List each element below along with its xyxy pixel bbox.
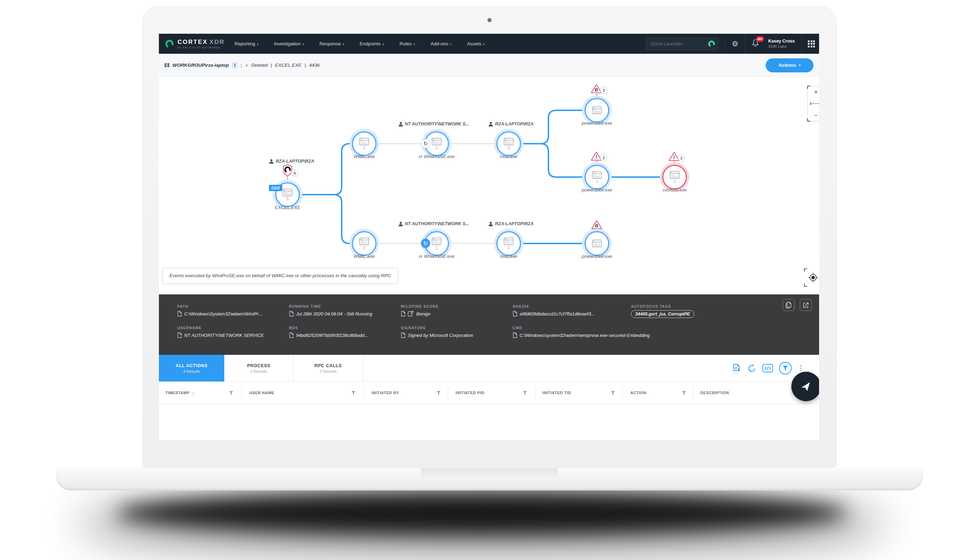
tab-rpc-calls[interactable]: RPC CALLS 2 Results (293, 355, 363, 382)
open-external-button[interactable] (800, 299, 812, 311)
svg-text:B: B (595, 223, 598, 228)
process-window-icon (592, 107, 602, 114)
chat-widget-button[interactable] (791, 372, 819, 401)
user-icon (489, 222, 493, 226)
host-alert-badge[interactable]: ! (232, 62, 237, 68)
laptop-camera (487, 18, 492, 22)
column-description[interactable]: DESCRIPTION (700, 382, 729, 404)
tab-process[interactable]: PROCESS 2 Results (224, 355, 293, 382)
sync-icon: ⇄ (419, 154, 422, 159)
external-link-icon (803, 302, 809, 308)
column-initiated-pid[interactable]: INITIATED PID (456, 382, 484, 404)
filter-icon-user-name[interactable] (352, 391, 355, 395)
copy-icon[interactable] (289, 332, 293, 338)
filter-icon-initiated-pid[interactable] (523, 391, 527, 395)
refresh-icon[interactable] (747, 364, 757, 373)
user-context-wmiprvse-bottom: NT AUTHORITY\NETWORK S... (393, 221, 474, 226)
user-menu[interactable]: Kasey Cross XDR Labs (768, 39, 795, 49)
node-wmic-bottom[interactable]: 2 (352, 231, 376, 256)
fit-to-screen-button[interactable] (804, 269, 819, 286)
gear-icon[interactable]: ⚙ (731, 40, 738, 48)
rpc-badge-top[interactable]: ↻ (421, 139, 430, 148)
process-window-icon (432, 237, 441, 245)
filter-results-icon[interactable] (779, 362, 792, 374)
rpc-badge-bottom-selected[interactable]: ↻ (421, 239, 430, 248)
process-window-icon (359, 237, 369, 245)
quick-launcher-input[interactable] (650, 41, 708, 46)
export-table-icon[interactable] (732, 364, 741, 373)
column-action[interactable]: ACTION (630, 382, 647, 404)
zoom-control[interactable]: + − (808, 86, 819, 121)
code-view-icon[interactable] (763, 364, 773, 372)
alert-count-badge: 5 (291, 169, 298, 177)
cortex-xdr-logo[interactable]: CORTEXXDR BY PALO ALTO NETWORKS (164, 39, 225, 49)
chevron-down-icon: ▾ (302, 43, 304, 46)
node-powershell-top[interactable] (585, 98, 609, 123)
zoom-slider[interactable] (811, 103, 819, 104)
tab-all-actions[interactable]: ALL ACTIONS 4 Results (159, 355, 224, 382)
filter-icon-initiated-by[interactable] (436, 391, 440, 395)
node-cmd-top[interactable]: 3 (496, 131, 521, 156)
copy-icon[interactable] (513, 332, 517, 338)
cgo-tag: CGO (269, 185, 282, 191)
filter-icon-initiated-tid[interactable] (611, 391, 615, 395)
field-path: PATH C:\Windows\System32\wbem\WmiPr... (177, 304, 289, 318)
chevron-down-icon: ▾ (413, 43, 415, 46)
apps-grid-icon[interactable] (808, 40, 815, 48)
menu-item-assets[interactable]: Assets▾ (467, 41, 484, 46)
quick-launcher[interactable] (646, 38, 718, 50)
column-timestamp[interactable]: TIMESTAMP ↓ ↑ (165, 382, 196, 404)
menu-item-investigation[interactable]: Investigation▾ (274, 41, 304, 46)
menu-item-endpoints[interactable]: Endpoints▾ (360, 41, 384, 46)
menu-item-response[interactable]: Response▾ (320, 41, 344, 46)
process-window-icon (592, 240, 602, 247)
bioc-badge-powershell-mid[interactable]: ! 2 (591, 151, 607, 161)
bioc-badge-svchost[interactable]: ! 2 (668, 151, 685, 162)
column-initiated-by[interactable]: INITIATED BY (371, 382, 399, 404)
field-sha256: SHA256 a9fd609dbdaccd1c7cf7ffa1d6eaef3..… (513, 304, 631, 318)
results-tabs: ALL ACTIONS 4 Results PROCESS 2 Results … (159, 355, 819, 382)
node-powershell-bottom[interactable] (585, 231, 609, 256)
menu-item-reporting[interactable]: Reporting▾ (234, 41, 258, 46)
column-user-name[interactable]: USER NAME (249, 382, 274, 404)
actions-button[interactable]: Actions ▾ (766, 58, 814, 72)
copy-icon[interactable] (513, 311, 517, 317)
node-label-wmiprvse-bottom: ⇄WmiPrvSE.exe (405, 254, 468, 259)
graph-tooltip: Events executed by WmiPrvSE.exe on behal… (162, 268, 398, 283)
more-options-icon[interactable]: ⋮ (798, 366, 804, 370)
bioc-badge-powershell-top[interactable]: B 2 (591, 84, 607, 94)
node-cmd-bottom[interactable]: 2 (496, 231, 521, 256)
copy-icon[interactable] (401, 332, 405, 338)
laptop-base-notch (421, 468, 558, 479)
bioc-badge-powershell-bottom[interactable]: B (591, 220, 602, 230)
node-powershell-mid[interactable]: 1 (585, 165, 609, 189)
node-label-powershell-top: powershell.exe (565, 121, 629, 126)
zoom-in-button[interactable]: + (814, 89, 818, 95)
copy-icon[interactable] (289, 311, 293, 317)
report-link-icon[interactable] (408, 311, 414, 317)
sort-asc-icon[interactable]: ↑ (193, 390, 196, 396)
autofocus-tag[interactable]: 34445.gsrt_jsa_CorruptPE (631, 310, 694, 318)
zoom-out-button[interactable]: − (814, 112, 818, 119)
node-svchost[interactable]: 1 (662, 165, 687, 189)
sync-icon: ⇄ (419, 254, 422, 259)
process-window-icon (283, 189, 293, 196)
column-initiated-tid[interactable]: INITIATED TID (542, 382, 571, 404)
menu-item-rules[interactable]: Rules▾ (400, 41, 415, 46)
copy-icon[interactable] (401, 311, 405, 317)
filter-icon-timestamp[interactable] (229, 391, 233, 395)
alert-shield-badge[interactable]: 5 (282, 164, 298, 177)
target-icon (808, 272, 818, 283)
copy-icon[interactable] (177, 332, 182, 338)
brand-name: CORTEXXDR (177, 39, 225, 46)
copy-all-button[interactable] (782, 299, 795, 311)
copy-icon[interactable] (177, 311, 182, 317)
breadcrumb-host[interactable]: WORKGROUP\rza-laptop (173, 62, 229, 68)
node-label-wmic-top: WMIC.exe (333, 154, 396, 159)
notifications-bell[interactable]: 99+ (751, 39, 760, 49)
alert-count-badge: 2 (678, 154, 685, 162)
node-wmic-top[interactable]: 2 (352, 131, 376, 156)
chat-bolt-icon (800, 380, 813, 393)
menu-item-add-ons[interactable]: Add-ons▾ (431, 41, 452, 46)
filter-icon-action[interactable] (682, 391, 686, 395)
